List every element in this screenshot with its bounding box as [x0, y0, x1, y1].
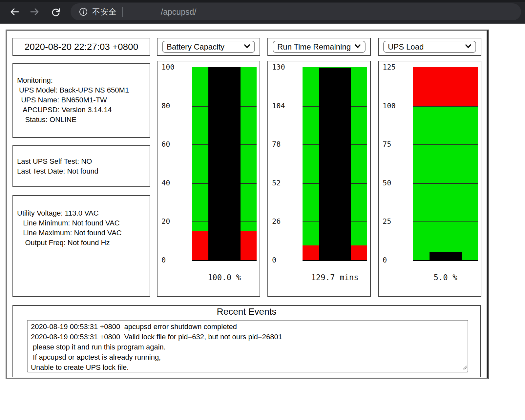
ups-load-tick-125: 125 — [383, 63, 396, 71]
run-time-remaining-baseline — [303, 260, 367, 261]
ups-load-gridline-75 — [413, 144, 478, 145]
battery-capacity-gauge: 100806040200100.0 % — [157, 61, 260, 297]
timestamp-text: 2020-08-20 22:27:03 +0800 — [25, 42, 138, 52]
resize-grip-icon[interactable] — [462, 365, 467, 371]
security-label: 不安全 — [92, 7, 117, 17]
battery-capacity-tick-80: 80 — [161, 102, 170, 110]
chevron-down-icon — [465, 44, 472, 50]
battery-capacity-selector-box: Battery Capacity — [157, 38, 260, 56]
ups-load-gauge: 12510075502505.0 % — [378, 61, 481, 297]
ups-load-baseline — [413, 260, 478, 261]
selftest-panel: Last UPS Self Test: NO Last Test Date: N… — [12, 145, 150, 187]
info-icon[interactable] — [79, 8, 88, 16]
battery-capacity-select[interactable]: Battery Capacity — [162, 41, 255, 53]
tab-strip — [0, 0, 525, 2]
run-time-remaining-gauge: 1301047852260129.7 mins — [267, 61, 371, 297]
ups-load-tick-75: 75 — [383, 140, 391, 148]
battery-capacity-select-label: Battery Capacity — [167, 42, 244, 52]
battery-capacity-value-label: 100.0 % — [175, 273, 274, 282]
run-time-remaining-tick-104: 104 — [272, 102, 285, 110]
ups-load-tick-50: 50 — [383, 179, 391, 187]
battery-capacity-tick-0: 0 — [161, 256, 166, 264]
battery-capacity-tick-40: 40 — [161, 179, 170, 187]
forward-button[interactable] — [28, 6, 41, 19]
run-time-remaining-value-bar — [319, 68, 351, 260]
address-bar[interactable]: 不安全 /apcupsd/ — [71, 3, 521, 20]
monitoring-text: Monitoring: UPS Model: Back-UPS NS 650M1… — [17, 75, 150, 125]
chevron-down-icon — [354, 44, 361, 50]
reload-button[interactable] — [49, 6, 62, 19]
battery-capacity-tick-20: 20 — [161, 217, 170, 225]
events-log-text: 2020-08-19 00:53:31 +0800 apcupsd error … — [31, 322, 464, 372]
timestamp-box: 2020-08-20 22:27:03 +0800 — [12, 38, 150, 56]
monitoring-panel: Monitoring: UPS Model: Back-UPS NS 650M1… — [12, 63, 150, 138]
battery-capacity-value-bar — [208, 67, 241, 260]
battery-capacity-baseline — [192, 260, 257, 261]
run-time-remaining-tick-0: 0 — [272, 256, 276, 264]
url-text: /apcupsd/ — [161, 7, 196, 17]
run-time-remaining-select[interactable]: Run Time Remaining — [273, 41, 366, 53]
ups-load-select-label: UPS Load — [388, 42, 465, 52]
back-arrow-icon — [9, 14, 20, 19]
recent-events-title: Recent Events — [13, 306, 480, 317]
ups-load-gridline-25 — [413, 221, 478, 222]
recent-events-panel: Recent Events 2020-08-19 00:53:31 +0800 … — [12, 305, 481, 377]
ups-load-value-label: 5.0 % — [396, 273, 495, 282]
ups-load-select[interactable]: UPS Load — [383, 41, 476, 53]
run-time-remaining-tick-130: 130 — [272, 63, 285, 71]
ups-load-tick-0: 0 — [383, 256, 387, 264]
events-textarea[interactable]: 2020-08-19 00:53:31 +0800 apcupsd error … — [27, 320, 468, 372]
utility-text: Utility Voltage: 113.0 VAC Line Minimum:… — [17, 208, 150, 248]
run-time-remaining-tick-78: 78 — [272, 140, 281, 148]
ups-load-tick-100: 100 — [383, 102, 396, 110]
ups-load-zone-red — [413, 67, 478, 106]
ups-load-tick-25: 25 — [383, 217, 391, 225]
reload-icon — [50, 14, 62, 19]
ups-load-gridline-50 — [413, 183, 478, 184]
forward-arrow-icon — [29, 14, 41, 19]
battery-capacity-tick-100: 100 — [161, 63, 175, 71]
back-button[interactable] — [8, 6, 21, 19]
ups-load-selector-box: UPS Load — [378, 38, 481, 56]
run-time-remaining-selector-box: Run Time Remaining — [267, 38, 371, 56]
ups-load-gridline-100 — [413, 106, 478, 107]
run-time-remaining-select-label: Run Time Remaining — [277, 42, 354, 52]
selftest-text: Last UPS Self Test: NO Last Test Date: N… — [17, 157, 150, 176]
battery-capacity-tick-60: 60 — [161, 140, 170, 148]
utility-panel: Utility Voltage: 113.0 VAC Line Minimum:… — [12, 195, 150, 297]
run-time-remaining-tick-26: 26 — [272, 217, 281, 225]
ups-load-value-bar — [430, 252, 462, 260]
address-divider — [122, 7, 123, 17]
browser-toolbar: 不安全 /apcupsd/ — [0, 0, 525, 24]
run-time-remaining-value-label: 129.7 mins — [286, 273, 384, 282]
run-time-remaining-tick-52: 52 — [272, 179, 281, 187]
chevron-down-icon — [244, 44, 250, 50]
